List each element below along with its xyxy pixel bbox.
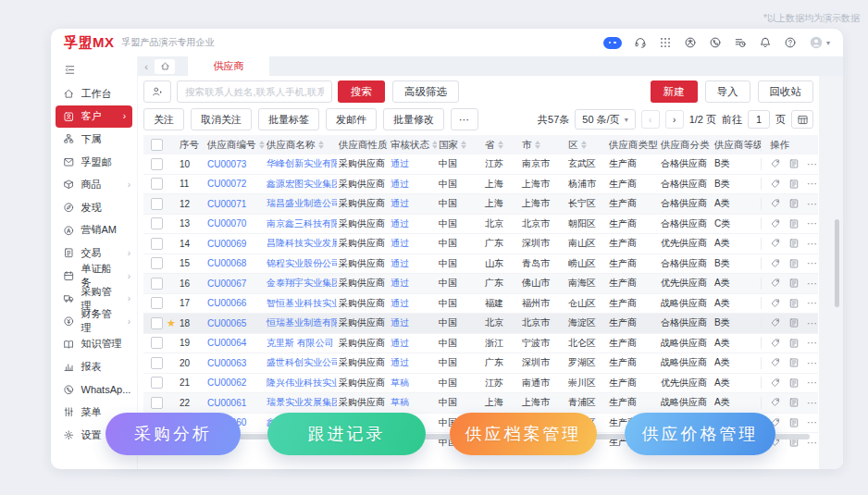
cell-status[interactable]: 通过 <box>389 257 437 270</box>
tag-icon[interactable] <box>770 218 781 229</box>
cell-code[interactable]: CU00065 <box>205 318 265 328</box>
row-checkbox[interactable] <box>151 238 163 250</box>
tab-back-button[interactable]: ‹ <box>138 61 155 72</box>
float-button-follow-up-records[interactable]: 跟进记录 <box>267 413 426 455</box>
log-icon[interactable] <box>788 238 800 249</box>
table-row[interactable]: ★20CU00063盛世科创实业公司采购供应商通过中国广东深圳市罗湖区生产商战略… <box>143 353 818 374</box>
column-header-type[interactable]: 供应商类型 <box>607 139 659 152</box>
star-icon[interactable]: ★ <box>167 358 176 368</box>
table-row[interactable]: ★12CU00071瑞昌盛业制造公司采购供应商通过中国上海上海市长宁区生产商合格… <box>143 194 818 215</box>
sort-icon[interactable] <box>259 141 265 149</box>
log-icon[interactable] <box>788 417 800 428</box>
create-button[interactable]: 新建 <box>651 80 698 103</box>
bell-icon[interactable] <box>759 36 772 49</box>
cell-name[interactable]: 隆兴伟业科技实业 <box>265 377 337 390</box>
cell-name[interactable]: 恒瑞基业制造有限... <box>265 316 337 329</box>
page-size-select[interactable]: 50 条/页▾ <box>575 109 635 130</box>
star-icon[interactable]: ★ <box>167 258 176 268</box>
log-icon[interactable] <box>788 397 800 408</box>
table-row[interactable]: ★15CU00068锦程实业股份公司采购供应商通过中国山东青岛市崂山区生产商合格… <box>143 254 818 275</box>
sidebar-item-shipping[interactable]: 单证船务› <box>51 265 137 288</box>
log-icon[interactable] <box>788 218 800 229</box>
sidebar-item-finance[interactable]: 财务管理› <box>51 310 137 333</box>
goto-page-input[interactable] <box>748 110 770 129</box>
star-icon[interactable]: ★ <box>167 398 176 408</box>
row-checkbox[interactable] <box>151 397 163 409</box>
star-icon[interactable]: ★ <box>167 159 176 169</box>
sidebar-item-trade[interactable]: 交易› <box>51 241 137 265</box>
more-icon[interactable]: ⋯ <box>807 257 818 269</box>
vertical-scrollbar[interactable] <box>835 219 839 307</box>
cell-code[interactable]: CU00073 <box>205 159 265 169</box>
row-checkbox[interactable] <box>151 337 163 349</box>
cell-code[interactable]: CU00069 <box>205 239 265 249</box>
tag-icon[interactable] <box>770 338 781 349</box>
sidebar-item-knowledge[interactable]: 知识管理 <box>51 333 137 356</box>
log-icon[interactable] <box>788 158 800 169</box>
cell-name[interactable]: 盛世科创实业公司 <box>265 356 337 369</box>
row-checkbox[interactable] <box>151 377 163 389</box>
log-icon[interactable] <box>788 377 800 389</box>
row-checkbox[interactable] <box>151 257 163 269</box>
table-row[interactable]: ★10CU00073华峰创新实业有限...采购供应商通过中国江苏南京市玄武区生产… <box>143 155 818 175</box>
sidebar-item-subordinate[interactable]: 下属 <box>51 128 137 151</box>
sort-icon[interactable] <box>535 141 540 149</box>
table-row[interactable]: ★21CU00062隆兴伟业科技实业采购供应商草稿中国江苏南通市崇川区生产商优先… <box>143 374 818 394</box>
cell-status[interactable]: 草稿 <box>389 396 437 409</box>
cell-code[interactable]: CU00068 <box>205 258 265 268</box>
tag-icon[interactable] <box>770 357 781 368</box>
column-header-province[interactable]: 省 <box>483 139 520 152</box>
row-checkbox[interactable] <box>151 198 163 210</box>
log-icon[interactable] <box>788 338 800 349</box>
column-header-name[interactable]: 供应商名称 <box>265 139 337 152</box>
cell-code[interactable]: CU00067 <box>205 278 265 289</box>
sort-icon[interactable] <box>461 141 466 149</box>
send-mail-button[interactable]: 发邮件 <box>326 108 377 130</box>
cell-status[interactable]: 草稿 <box>389 377 437 390</box>
more-icon[interactable]: ⋯ <box>807 178 818 190</box>
cell-name[interactable]: 鑫源宏图实业集团 <box>265 178 337 191</box>
sort-icon[interactable] <box>498 141 503 149</box>
sort-icon[interactable] <box>318 141 324 149</box>
cell-code[interactable]: CU00071 <box>205 199 265 209</box>
star-icon[interactable]: ★ <box>167 278 176 289</box>
log-icon[interactable] <box>788 198 800 209</box>
cell-name[interactable]: 金泰翔宇实业集团 <box>265 277 337 290</box>
prev-page-button[interactable]: ‹ <box>641 110 660 129</box>
todo-clock-icon[interactable] <box>734 36 747 49</box>
sidebar-item-whatsapp[interactable]: WhatsAp...› <box>51 378 137 402</box>
row-checkbox[interactable] <box>151 278 163 290</box>
column-header-city[interactable]: 市 <box>520 139 566 152</box>
cell-code[interactable]: CU00063 <box>205 358 265 368</box>
more-icon[interactable]: ⋯ <box>807 217 818 229</box>
tag-icon[interactable] <box>770 258 781 269</box>
toolbar-more-button[interactable]: ⋯ <box>451 108 478 130</box>
star-icon[interactable]: ★ <box>167 298 176 308</box>
column-header-nature[interactable]: 供应商性质 <box>337 139 389 152</box>
import-button[interactable]: 导入 <box>705 80 750 103</box>
table-row[interactable]: ★18CU00065恒瑞基业制造有限...采购供应商通过中国北京北京市海淀区生产… <box>143 314 818 334</box>
cell-status[interactable]: 通过 <box>389 337 437 350</box>
log-icon[interactable] <box>788 278 800 289</box>
batch-edit-button[interactable]: 批量修改 <box>383 108 444 130</box>
cell-status[interactable]: 通过 <box>389 277 437 290</box>
column-header-district[interactable]: 区 <box>566 139 607 152</box>
more-icon[interactable]: ⋯ <box>807 238 818 250</box>
user-avatar[interactable]: ▾ <box>809 35 830 50</box>
table-row[interactable]: ★11CU00072鑫源宏图实业集团采购供应商通过中国上海上海市杨浦市生产商合格… <box>143 175 818 195</box>
more-icon[interactable]: ⋯ <box>807 416 818 428</box>
tab-supplier[interactable]: 供应商 <box>188 56 269 76</box>
table-row[interactable]: ★16CU00067金泰翔宇实业集团采购供应商通过中国广东佛山市南海区生产商优先… <box>143 274 818 294</box>
cell-code[interactable]: CU00062 <box>205 377 265 388</box>
more-icon[interactable]: ⋯ <box>807 198 818 210</box>
sidebar-collapse-button[interactable] <box>51 58 137 82</box>
cell-name[interactable]: 南京鑫三科技有限... <box>265 217 337 230</box>
cell-code[interactable]: CU00072 <box>205 179 265 189</box>
more-icon[interactable]: ⋯ <box>807 297 818 309</box>
cell-name[interactable]: 克里斯 有限公司 <box>265 337 337 350</box>
row-checkbox[interactable] <box>151 158 163 170</box>
star-icon[interactable]: ★ <box>167 377 176 388</box>
cell-name[interactable]: 昌隆科技实业发展... <box>265 237 337 250</box>
tag-icon[interactable] <box>770 377 781 389</box>
cell-name[interactable]: 智恒基业科技实业 <box>265 297 337 310</box>
